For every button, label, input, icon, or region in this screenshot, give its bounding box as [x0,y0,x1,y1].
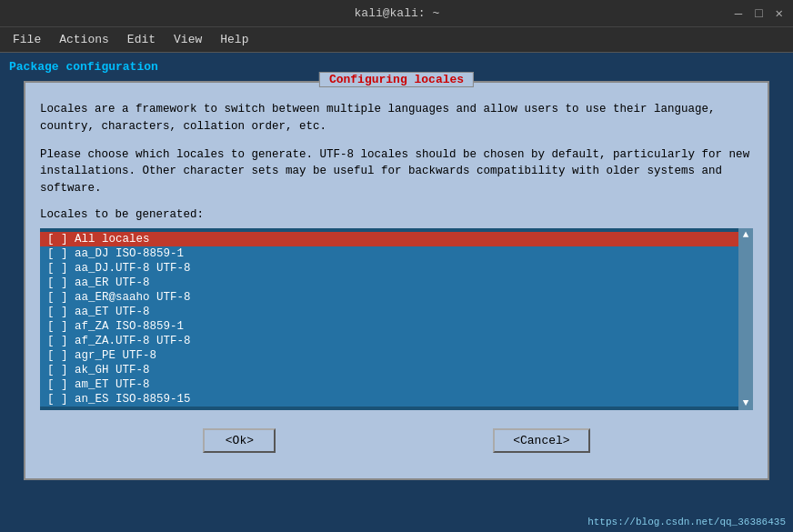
list-item[interactable]: [ ] aa_DJ.UTF-8 UTF-8 [40,261,738,276]
list-item[interactable]: [ ] af_ZA ISO-8859-1 [40,319,738,334]
dialog-buttons: <Ok> <Cancel> [40,421,753,467]
list-item[interactable]: [ ] aa_ER@saaho UTF-8 [40,290,738,305]
scroll-down-arrow[interactable]: ▼ [743,398,749,408]
menu-edit[interactable]: Edit [120,31,163,48]
dialog-body: Locales are a framework to switch betwee… [25,83,768,478]
title-bar: kali@kali: ~ — □ ✕ [0,0,793,27]
list-item[interactable]: [ ] aa_DJ ISO-8859-1 [40,246,738,261]
menu-view[interactable]: View [166,31,209,48]
configure-locales-dialog: Configuring locales Locales are a framew… [24,81,769,480]
list-item[interactable]: [ ] af_ZA.UTF-8 UTF-8 [40,334,738,348]
maximize-button[interactable]: □ [752,6,765,21]
dialog-description-1: Locales are a framework to switch betwee… [40,101,753,136]
locales-label: Locales to be generated: [40,208,753,221]
terminal-content: Package configuration Configuring locale… [0,53,793,512]
minimize-button[interactable]: — [732,6,745,21]
status-bar: https://blog.csdn.net/qq_36386435 [0,512,793,532]
dialog-description-2: Please choose which locales to generate.… [40,146,753,197]
list-item[interactable]: [ ] an_ES ISO-8859-15 [40,392,738,407]
list-item[interactable]: [ ] am_ET UTF-8 [40,377,738,392]
dialog-title: Configuring locales [319,72,474,87]
locale-list-container: [ ] All locales[ ] aa_DJ ISO-8859-1[ ] a… [40,228,753,410]
locale-list[interactable]: [ ] All locales[ ] aa_DJ ISO-8859-1[ ] a… [40,228,738,410]
close-button[interactable]: ✕ [773,5,786,21]
list-item[interactable]: [ ] agr_PE UTF-8 [40,348,738,363]
list-item[interactable]: [ ] All locales [40,232,738,246]
list-item[interactable]: [ ] aa_ET UTF-8 [40,305,738,319]
window-title: kali@kali: ~ [62,6,732,20]
menu-help[interactable]: Help [213,31,256,48]
list-item[interactable]: [ ] aa_ER UTF-8 [40,276,738,290]
list-item[interactable]: [ ] ak_GH UTF-8 [40,363,738,377]
terminal-window: kali@kali: ~ — □ ✕ File Actions Edit Vie… [0,0,793,532]
ok-button[interactable]: <Ok> [203,428,276,453]
scrollbar-track: ▲ ▼ [738,228,753,410]
cancel-button[interactable]: <Cancel> [493,428,589,453]
menu-bar: File Actions Edit View Help [0,27,793,53]
menu-actions[interactable]: Actions [52,31,116,48]
window-controls: — □ ✕ [732,5,786,21]
menu-file[interactable]: File [5,31,48,48]
status-url: https://blog.csdn.net/qq_36386435 [587,517,786,527]
scroll-up-arrow[interactable]: ▲ [743,230,749,240]
